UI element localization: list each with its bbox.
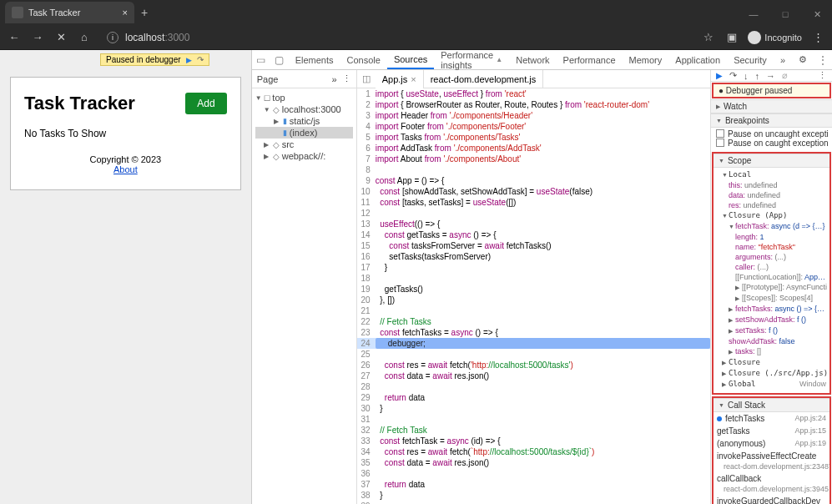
window-titlebar: Task Tracker × + — □ ✕ [0, 0, 832, 25]
site-info-icon[interactable]: i [107, 32, 118, 43]
code-panel: ◫ App.js× react-dom.development.js 1impo… [357, 70, 710, 504]
close-window-button[interactable]: ✕ [802, 3, 832, 25]
close-tab-icon[interactable]: × [123, 8, 128, 18]
bp-uncaught[interactable]: Pause on uncaught exceptions [714, 129, 829, 139]
tab-security[interactable]: Security [727, 50, 774, 69]
step-button[interactable]: → [766, 71, 775, 81]
resume-icon[interactable]: ▶ [186, 56, 192, 64]
browser-tab[interactable]: Task Tracker × [5, 2, 134, 23]
step-into-button[interactable]: ↓ [744, 71, 749, 81]
navigator-menu-icon[interactable]: ⋮ [342, 73, 351, 84]
window-controls: — □ ✕ [739, 3, 832, 25]
nav-toggle-icon[interactable]: ◫ [357, 73, 376, 84]
page-viewport: Paused in debugger ▶ ↷ Task Tracker Add … [0, 50, 251, 504]
settings-gear-icon[interactable]: ⚙ [792, 50, 814, 69]
callstack-frame[interactable]: invokeGuardedCallbackDev [714, 495, 829, 504]
add-button[interactable]: Add [185, 93, 226, 114]
callstack-section[interactable]: ▼Call Stack [714, 398, 829, 412]
minimize-button[interactable]: — [739, 3, 769, 25]
debugger-sidebar: ▶ ↷ ↓ ↑ → ⌀ ⋮ ● Debugger paused ▶Watch ▼… [710, 70, 832, 504]
tree-src[interactable]: ▶◇ src [255, 139, 353, 150]
tree-static[interactable]: ▶▮ static/js [255, 115, 353, 127]
more-debugger-icon[interactable]: ⋮ [818, 70, 827, 81]
tab-network[interactable]: Network [509, 50, 556, 69]
app-container: Task Tracker Add No Tasks To Show Copyri… [10, 77, 241, 190]
scope-section[interactable]: ▼Scope [714, 154, 829, 168]
breakpoints-section[interactable]: ▼Breakpoints [711, 113, 832, 128]
paused-overlay: Paused in debugger ▶ ↷ [100, 53, 209, 66]
about-link[interactable]: About [113, 164, 138, 174]
favicon [12, 7, 23, 18]
tab-elements[interactable]: Elements [289, 50, 340, 69]
debugger-controls: ▶ ↷ ↓ ↑ → ⌀ ⋮ [711, 70, 832, 82]
devtools-tabbar: ▭ ▢ Elements Console Sources Performance… [252, 50, 832, 70]
deactivate-breakpoints-button[interactable]: ⌀ [782, 70, 788, 81]
step-over-button[interactable]: ↷ [729, 70, 737, 81]
devtools-menu-icon[interactable]: ⋮ [814, 50, 832, 69]
code-editor[interactable]: 1import { useState, useEffect } from 're… [357, 88, 710, 504]
star-icon[interactable]: ☆ [701, 31, 716, 43]
step-over-icon[interactable]: ↷ [197, 55, 204, 64]
no-tasks-text: No Tasks To Show [24, 128, 227, 139]
forward-button[interactable]: → [30, 31, 45, 43]
callstack-frame[interactable]: getTasksApp.js:15 [714, 425, 829, 437]
url-host: localhost:3000 [125, 32, 189, 43]
navigator-page-label[interactable]: Page [257, 74, 327, 84]
callstack-frame[interactable]: fetchTasksApp.js:24 [714, 412, 829, 425]
home-button[interactable]: ⌂ [77, 31, 92, 43]
tab-memory[interactable]: Memory [623, 50, 669, 69]
sources-navigator: Page » ⋮ ▼□ top ▼◇ localhost:3000 ▶▮ sta… [252, 70, 357, 504]
menu-icon[interactable]: ⋮ [810, 31, 825, 43]
step-out-button[interactable]: ↑ [755, 71, 760, 81]
back-button[interactable]: ← [7, 31, 22, 43]
tree-webpack[interactable]: ▶◇ webpack//: [255, 150, 353, 162]
incognito-icon [748, 31, 761, 44]
tab-application[interactable]: Application [668, 50, 727, 69]
file-tab-app[interactable]: App.js× [376, 70, 424, 88]
callstack-box: ▼Call Stack fetchTasksApp.js:24getTasksA… [712, 396, 831, 504]
tab-console[interactable]: Console [340, 50, 387, 69]
resume-button[interactable]: ▶ [716, 71, 723, 80]
app-title: Task Tracker [24, 93, 135, 114]
app-footer: Copyright © 2023 About [24, 154, 227, 174]
url-bar[interactable]: i localhost:3000 [100, 28, 693, 47]
new-tab-button[interactable]: + [134, 6, 154, 19]
devtools-panel: ▭ ▢ Elements Console Sources Performance… [251, 50, 832, 504]
more-tabs-icon[interactable]: » [774, 50, 792, 69]
watch-section[interactable]: ▶Watch [711, 99, 832, 113]
tree-index[interactable]: ▮ (index) [255, 127, 353, 139]
tab-perf-insights[interactable]: Performance insights ▲ [434, 50, 509, 69]
tab-title: Task Tracker [28, 8, 80, 18]
maximize-button[interactable]: □ [770, 3, 800, 25]
tree-top[interactable]: ▼□ top [255, 92, 353, 103]
file-tree: ▼□ top ▼◇ localhost:3000 ▶▮ static/js ▮ … [252, 88, 356, 165]
tree-host[interactable]: ▼◇ localhost:3000 [255, 103, 353, 115]
copyright-text: Copyright © 2023 [24, 154, 227, 164]
stop-button[interactable]: ✕ [53, 31, 68, 43]
callstack-frame[interactable]: (anonymous)App.js:19 [714, 437, 829, 450]
close-file-icon[interactable]: × [411, 74, 416, 84]
callstack-frame[interactable]: callCallback [714, 472, 829, 485]
device-icon[interactable]: ▢ [270, 50, 289, 69]
inspect-icon[interactable]: ▭ [252, 50, 270, 69]
browser-toolbar: ← → ✕ ⌂ i localhost:3000 ☆ ▣ Incognito ⋮ [0, 25, 832, 50]
tab-performance[interactable]: Performance [557, 50, 623, 69]
debugger-paused-banner: ● Debugger paused [712, 83, 831, 98]
scope-box: ▼Scope ▼Localthis: undefineddata: undefi… [712, 152, 831, 395]
extensions-icon[interactable]: ▣ [724, 31, 739, 43]
open-file-tabs: ◫ App.js× react-dom.development.js [357, 70, 710, 88]
callstack-frame[interactable]: invokePassiveEffectCreate [714, 450, 829, 462]
chevron-right-icon[interactable]: » [332, 74, 337, 84]
tab-sources[interactable]: Sources [387, 50, 434, 69]
bp-caught[interactable]: Pause on caught exceptions [714, 139, 829, 148]
file-tab-reactdom[interactable]: react-dom.development.js [424, 70, 544, 88]
incognito-badge[interactable]: Incognito [748, 31, 802, 44]
